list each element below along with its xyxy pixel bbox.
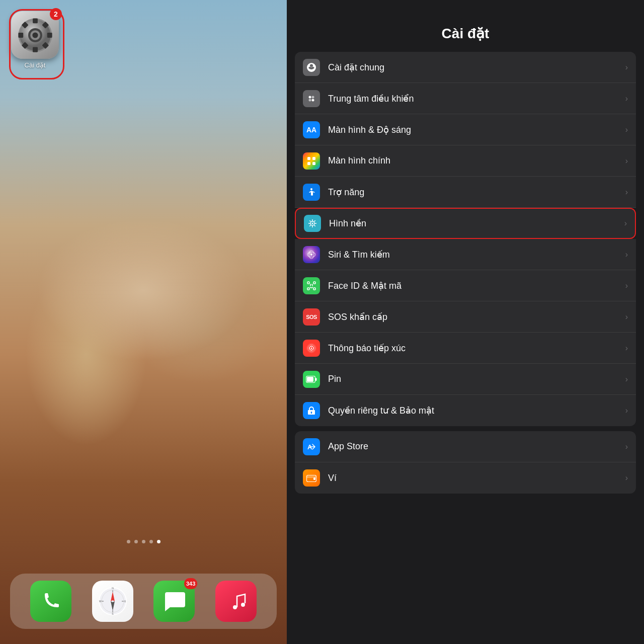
control-center-icon xyxy=(303,90,320,107)
dot-4 xyxy=(149,540,153,543)
display-icon: AA xyxy=(303,121,320,138)
selected-app-border xyxy=(9,9,64,79)
svg-line-43 xyxy=(314,225,315,226)
svg-rect-31 xyxy=(307,157,310,160)
svg-rect-52 xyxy=(313,288,315,290)
appstore-label: App Store xyxy=(328,441,621,452)
siri-chevron: › xyxy=(625,250,628,259)
battery-icon xyxy=(303,371,320,388)
messages-icon xyxy=(162,589,186,613)
settings-item-privacy[interactable]: Quyền riêng tư & Bảo mật › xyxy=(295,395,636,426)
phone-icon xyxy=(40,590,62,612)
homescreen-label: Màn hình chính xyxy=(328,155,621,166)
accessibility-chevron: › xyxy=(625,188,628,197)
svg-line-44 xyxy=(314,220,315,221)
settings-item-display[interactable]: AA Màn hình & Độ sáng › xyxy=(295,114,636,145)
battery-chevron: › xyxy=(625,375,628,384)
dot-3 xyxy=(142,540,145,543)
general-icon xyxy=(303,59,320,76)
privacy-icon xyxy=(303,402,320,419)
settings-item-wallpaper[interactable]: Hình nền › xyxy=(295,208,636,239)
svg-rect-50 xyxy=(313,282,315,284)
exposure-label: Thông báo tiếp xúc xyxy=(328,343,621,354)
svg-point-27 xyxy=(309,96,311,98)
exposure-chevron: › xyxy=(625,344,628,353)
settings-group-1: Cài đặt chung › Trung tâm điều khiển › xyxy=(295,52,636,426)
dock-messages-icon[interactable]: 343 xyxy=(153,581,195,622)
wallet-chevron: › xyxy=(625,473,628,482)
svg-point-35 xyxy=(310,188,312,190)
settings-item-battery[interactable]: Pin › xyxy=(295,364,636,395)
dot-1 xyxy=(127,540,130,543)
homescreen-icon xyxy=(303,152,320,170)
settings-item-siri[interactable]: Siri & Tìm kiếm › xyxy=(295,239,636,270)
settings-item-sos[interactable]: SOS SOS khẩn cấp › xyxy=(295,301,636,333)
dock-safari-icon[interactable]: N S W E xyxy=(92,581,133,622)
settings-item-accessibility[interactable]: Trợ năng › xyxy=(295,177,636,208)
svg-rect-66 xyxy=(313,477,315,480)
svg-point-57 xyxy=(311,347,312,349)
settings-item-wallet[interactable]: Ví › xyxy=(295,462,636,494)
control-center-label: Trung tâm điều khiển xyxy=(328,93,621,104)
display-label: Màn hình & Độ sáng xyxy=(328,124,621,135)
dot-5 xyxy=(157,540,160,543)
privacy-chevron: › xyxy=(625,406,628,415)
svg-rect-51 xyxy=(307,288,309,290)
svg-point-30 xyxy=(312,99,314,101)
appstore-chevron: › xyxy=(625,442,628,451)
svg-point-48 xyxy=(310,254,312,256)
homescreen-chevron: › xyxy=(625,156,628,166)
display-chevron: › xyxy=(625,125,628,134)
faceid-icon xyxy=(303,277,320,294)
dock-phone-icon[interactable] xyxy=(30,581,71,622)
svg-rect-32 xyxy=(312,157,315,160)
settings-panel: Cài đặt Cài đặt chung › xyxy=(287,0,644,644)
battery-label: Pin xyxy=(328,374,621,384)
messages-badge: 343 xyxy=(184,578,197,589)
faceid-label: Face ID & Mật mã xyxy=(328,280,621,291)
svg-rect-49 xyxy=(307,282,309,284)
settings-item-homescreen[interactable]: Màn hình chính › xyxy=(295,145,636,177)
wallpaper-label: Hình nền xyxy=(329,218,620,229)
svg-point-28 xyxy=(312,96,314,98)
siri-label: Siri & Tìm kiếm xyxy=(328,249,621,260)
sos-chevron: › xyxy=(625,312,628,321)
general-label: Cài đặt chung xyxy=(328,62,621,73)
settings-item-faceid[interactable]: Face ID & Mật mã › xyxy=(295,270,636,301)
settings-item-general[interactable]: Cài đặt chung › xyxy=(295,52,636,83)
svg-text:N: N xyxy=(112,587,114,590)
music-icon xyxy=(225,590,247,612)
svg-point-29 xyxy=(309,99,311,101)
svg-rect-34 xyxy=(312,162,315,165)
wallpaper-background xyxy=(0,0,287,644)
safari-icon: N S W E xyxy=(98,587,127,616)
svg-rect-62 xyxy=(315,378,317,381)
exposure-icon xyxy=(303,340,320,357)
svg-point-37 xyxy=(312,223,313,224)
settings-item-exposure[interactable]: Thông báo tiếp xúc › xyxy=(295,333,636,364)
svg-line-45 xyxy=(309,225,310,226)
sos-label: SOS khẩn cấp xyxy=(328,311,621,323)
settings-group-2: A App Store › Ví › xyxy=(295,431,636,494)
settings-item-appstore[interactable]: A App Store › xyxy=(295,431,636,462)
settings-header: Cài đặt xyxy=(287,0,644,52)
general-chevron: › xyxy=(625,63,628,72)
svg-rect-33 xyxy=(307,162,310,165)
wallpaper-icon xyxy=(304,215,321,232)
page-indicator xyxy=(0,540,287,543)
settings-item-control-center[interactable]: Trung tâm điều khiển › xyxy=(295,83,636,114)
svg-text:W: W xyxy=(99,600,101,603)
wallet-label: Ví xyxy=(328,473,621,484)
sos-icon: SOS xyxy=(303,308,320,326)
privacy-label: Quyền riêng tư & Bảo mật xyxy=(328,405,621,416)
wallet-icon xyxy=(303,469,320,487)
faceid-chevron: › xyxy=(625,281,628,290)
homescreen-panel: 2 Cài đặt xyxy=(0,0,287,644)
wallpaper-chevron: › xyxy=(624,219,627,228)
dock-music-icon[interactable] xyxy=(215,581,257,622)
control-center-chevron: › xyxy=(625,94,628,103)
svg-line-42 xyxy=(309,220,310,221)
accessibility-icon xyxy=(303,184,320,201)
accessibility-label: Trợ năng xyxy=(328,187,621,198)
dot-2 xyxy=(134,540,138,543)
